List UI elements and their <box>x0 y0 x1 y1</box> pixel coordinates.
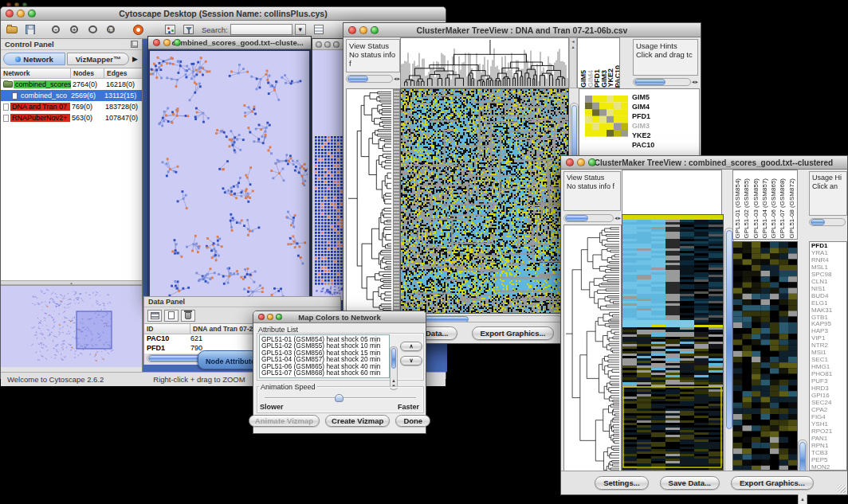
zoom-icon[interactable] <box>28 10 36 18</box>
move-up-button[interactable]: ∧ <box>400 342 422 351</box>
animate-vizmap-button[interactable]: Animate Vizmap <box>249 415 320 427</box>
scroll-right-icon[interactable]: ▸ <box>695 80 698 84</box>
network-row-4[interactable]: RNAPuberNov2+ 563(0) 107847(0) <box>1 112 142 123</box>
tv2-row-dendrogram[interactable] <box>564 225 621 479</box>
col-nodes[interactable]: Nodes <box>71 68 104 78</box>
close-icon[interactable] <box>6 10 14 18</box>
zoom-selected-icon[interactable] <box>84 22 100 37</box>
tv2-heatmap[interactable] <box>622 215 723 470</box>
network-tab-icon <box>15 57 21 62</box>
network-overview[interactable] <box>1 285 142 367</box>
usage-line1: Usage Hints <box>636 41 695 50</box>
minimize-icon[interactable] <box>163 39 171 46</box>
zoom-icon[interactable] <box>174 39 181 46</box>
minimize-icon[interactable] <box>359 26 367 34</box>
scroll-left-icon[interactable]: ◂ <box>692 80 695 84</box>
col-edges[interactable]: Edges <box>104 68 142 78</box>
vlabel2-2: GPL51-03 (GSM856) <box>752 178 761 239</box>
zoom-icon[interactable] <box>276 314 282 320</box>
scroll-left-icon[interactable]: ◂ <box>614 216 618 221</box>
dense-network-canvas[interactable] <box>312 50 346 300</box>
minimize-icon[interactable] <box>324 41 331 48</box>
treeview2-title-bar[interactable]: ClusterMaker TreeView : combined_scores_… <box>561 156 847 170</box>
create-vizmap-button[interactable]: Create Vizmap <box>325 415 390 427</box>
tv2-status-hscrollbar[interactable] <box>563 214 614 222</box>
filter-icon[interactable] <box>180 22 196 37</box>
network-canvas[interactable] <box>150 51 308 298</box>
scroll-up-icon[interactable]: ▴ <box>799 497 807 502</box>
tab-network[interactable]: Network <box>3 53 65 65</box>
select-attributes-icon[interactable] <box>147 310 162 322</box>
tv1-similarity-matrix[interactable] <box>585 96 628 137</box>
tv2-gene-list[interactable]: PFD1YRA1RNR4MSL1SPC98CLN1NIS1BUD4ELG1MAK… <box>809 241 847 471</box>
export-graphics-button[interactable]: Export Graphics... <box>731 476 814 490</box>
scroll-right-icon[interactable]: ▸ <box>618 216 621 221</box>
slider-thumb[interactable] <box>335 394 344 402</box>
zoom-icon[interactable] <box>371 26 379 34</box>
network-row-3[interactable]: DNA and Tran 07 769(0) 183728(0) <box>1 101 142 112</box>
close-icon[interactable] <box>566 158 574 166</box>
tv1-splitter[interactable]: ◂▴ <box>569 37 577 88</box>
settings-button[interactable]: Settings... <box>595 476 648 490</box>
zoom-in-icon[interactable]: + <box>66 22 82 37</box>
network-row-2[interactable]: combined_sco 2569(6) 13112(15) <box>1 90 142 101</box>
zoom-icon[interactable] <box>333 41 340 48</box>
tv1-usage-hscrollbar[interactable] <box>633 78 691 86</box>
data-col-id[interactable]: ID <box>144 324 190 334</box>
close-icon[interactable] <box>258 314 265 320</box>
minimize-icon[interactable] <box>577 158 585 166</box>
scroll-left-icon[interactable]: ◂ <box>394 76 397 81</box>
file-icon <box>3 115 9 122</box>
close-icon[interactable] <box>316 41 322 48</box>
close-icon[interactable] <box>348 26 356 34</box>
tv1-column-dendrogram[interactable] <box>401 38 568 88</box>
network-view-title-bar[interactable]: combined_scores_good.txt--cluste... <box>148 37 311 49</box>
treeview1-title-bar[interactable]: ClusterMaker TreeView : DNA and Tran 07-… <box>344 23 701 37</box>
tv2-column-dendrogram-area[interactable] <box>622 170 722 214</box>
minimize-icon[interactable] <box>17 10 25 18</box>
network-view-title: combined_scores_good.txt--cluste... <box>171 38 303 47</box>
attribute-listbox[interactable]: GPL51-01 (GSM854) heat shock 05 minGPL51… <box>259 334 390 378</box>
done-button[interactable]: Done <box>395 415 430 427</box>
save-data-label: Data... <box>426 329 449 338</box>
vlabel1-5: PAC10 <box>614 65 621 88</box>
tv1-heatmap[interactable] <box>401 89 568 313</box>
search-input[interactable] <box>230 24 292 35</box>
vlabel2-6: GPL51-08 (GSM872) <box>788 178 797 239</box>
tv1-status-hscrollbar[interactable] <box>346 75 393 83</box>
new-attribute-icon[interactable] <box>164 310 179 322</box>
network-row-1[interactable]: combined_scores_ 2764(0) 16218(0) <box>1 79 142 90</box>
animation-slider[interactable] <box>265 394 416 402</box>
tab-vizmapper[interactable]: VizMapper™ <box>67 53 129 65</box>
close-icon[interactable] <box>153 39 160 46</box>
tv1-gene-list[interactable]: GIM5GIM4PFD1GIM3YKE2PAC10 <box>632 92 654 150</box>
attribute-list-vscrollbar[interactable]: ▴ ▾ <box>390 346 398 390</box>
usage-line1: Usage Hi <box>812 174 844 182</box>
open-session-button[interactable] <box>4 22 20 37</box>
save-session-button[interactable] <box>22 22 38 37</box>
attribute-browser-icon[interactable] <box>311 22 327 37</box>
export-graphics-button[interactable]: Export Graphics... <box>472 326 555 340</box>
network-overview-canvas[interactable] <box>1 286 141 366</box>
resize-grip[interactable] <box>838 485 846 493</box>
delete-attribute-icon[interactable] <box>181 310 195 322</box>
float-panel-icon[interactable] <box>131 41 138 48</box>
dialog-title-bar[interactable]: Map Colors to Network <box>253 311 426 323</box>
view-status-line2: No status info f <box>349 50 397 68</box>
search-dropdown-icon[interactable]: ▾ <box>295 24 306 35</box>
help-icon[interactable] <box>130 22 146 37</box>
col-network[interactable]: Network <box>1 68 71 78</box>
zoom-fit-icon[interactable]: 1:1 <box>103 22 119 37</box>
zoom-out-icon[interactable]: - <box>48 22 64 37</box>
minimize-icon[interactable] <box>267 314 273 320</box>
tab-overflow-icon[interactable]: ▶ <box>131 55 139 63</box>
zoom-icon[interactable] <box>588 158 596 166</box>
tv2-zoom-heatmap[interactable] <box>733 242 797 470</box>
move-down-button[interactable]: ∨ <box>400 356 422 365</box>
main-title-bar[interactable]: Cytoscape Desktop (Session Name: collins… <box>1 7 446 21</box>
tv1-view-status: View Status No status info f <box>346 39 400 72</box>
tv1-row-dendrogram[interactable] <box>347 89 393 313</box>
save-data-button[interactable]: Save Data... <box>660 476 720 490</box>
tv2-usage-hscrollbar[interactable] <box>809 218 846 226</box>
vizmapper-icon[interactable] <box>162 22 178 37</box>
